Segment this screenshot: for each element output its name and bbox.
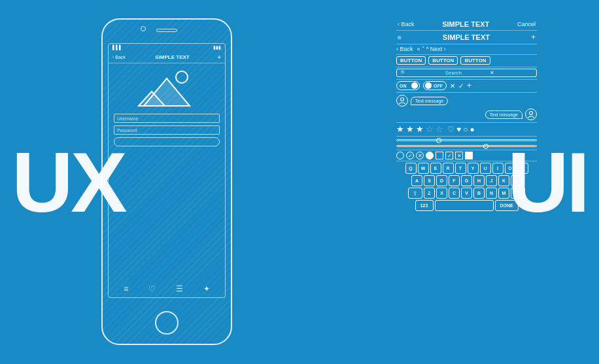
key-m[interactable]: M [498,188,509,199]
chat-filled-icon[interactable]: ● [470,125,474,134]
phone-image-area [109,63,225,112]
add-icon[interactable]: + [467,81,471,90]
radio-dot[interactable] [426,152,434,159]
key-j[interactable]: J [486,175,497,186]
checkbox-empty[interactable] [436,152,443,159]
outgoing-message-bubble: Text message [485,110,522,119]
checkbox-filled[interactable] [465,152,473,159]
prev-arrow[interactable]: ˅ [422,46,425,52]
key-z[interactable]: Z [424,188,435,199]
search-box[interactable]: 🔍 Search ✕ [396,69,537,77]
key-x[interactable]: X [436,188,447,199]
radio-x[interactable]: ✕ [416,152,424,159]
keyboard-row-bottom: 123 DONE [396,200,537,211]
key-c[interactable]: C [449,188,460,199]
dismiss-icon[interactable]: ✕ [450,82,455,90]
star-empty-1[interactable]: ☆ [426,124,434,134]
outgoing-message-text: Text message [490,112,518,117]
key-r[interactable]: R [443,163,454,174]
incoming-message-bubble: Text message [411,97,448,105]
search-icon: 🔍 [400,70,443,76]
up-arrow[interactable]: ^ [426,46,429,52]
key-a[interactable]: A [411,175,422,186]
key-l[interactable]: L [511,175,522,186]
toggle-off[interactable]: OFF [423,81,447,90]
button-3[interactable]: BUTTON [460,56,490,65]
phone-home-button[interactable] [155,311,179,335]
hamburger-menu-icon[interactable]: ≡ [398,34,402,41]
phone-body: ▌▌▌ ▮▮▮ ‹ Back SIMPLE TEXT + [101,18,232,345]
key-v[interactable]: V [461,188,472,199]
keyboard-row-2: A S D F G H J K L [396,175,537,186]
key-d[interactable]: D [436,175,447,186]
username-placeholder: Username [117,116,138,121]
key-u[interactable]: U [480,163,491,174]
radio-empty[interactable] [396,152,404,159]
phone-plus-button[interactable]: + [217,54,221,61]
star-filled-3[interactable]: ★ [416,124,424,134]
key-s[interactable]: S [424,175,435,186]
key-n[interactable]: N [486,188,497,199]
username-input[interactable]: Username [114,114,220,123]
phone-list-icon[interactable]: ☰ [176,284,183,293]
slider-1-thumb[interactable] [436,138,441,143]
key-o[interactable]: O [505,163,516,174]
phone-bottom-nav: ≡ ♡ ☰ ✦ [109,284,225,293]
sliders-section [396,137,537,150]
shift-key[interactable]: ⇧ [408,188,422,199]
key-k[interactable]: K [498,175,509,186]
star-filled-1[interactable]: ★ [396,124,404,134]
sender-avatar [396,95,408,107]
prev-prev-arrow[interactable]: « [417,46,420,52]
next-arrow-text[interactable]: Next › [430,46,446,52]
signal-icon: ▌▌▌ [112,45,122,50]
spacebar-key[interactable] [435,200,494,211]
star-empty-2[interactable]: ☆ [436,124,443,134]
search-clear-icon[interactable]: ✕ [490,70,533,76]
checkboxes-row: ✓ ✕ ✓ ✕ [396,150,537,161]
phone-heart-icon[interactable]: ♡ [148,284,156,293]
key-h[interactable]: H [473,175,485,186]
backspace-key[interactable]: ⌫ [511,188,525,199]
back-arrow-button[interactable]: ‹ Back [396,46,413,52]
top-back-button[interactable]: ‹ Back [398,21,415,27]
slider-2-thumb[interactable] [483,144,488,149]
phone-back-button[interactable]: ‹ Back [112,55,126,59]
key-g[interactable]: G [461,175,472,186]
phone-mockup: ▌▌▌ ▮▮▮ ‹ Back SIMPLE TEXT + [101,18,232,345]
heart-outline[interactable]: ♡ [447,125,454,134]
phone-camera [141,26,146,31]
heart-filled[interactable]: ♥ [456,125,461,134]
button-2[interactable]: BUTTON [428,56,458,65]
key-b[interactable]: B [473,188,485,199]
radio-check[interactable]: ✓ [406,152,414,159]
phone-menu-icon[interactable]: ≡ [124,284,128,293]
top-cancel-button[interactable]: Cancel [517,21,536,27]
chat-row-incoming: Text message [396,95,537,107]
svg-point-5 [401,98,404,101]
numbers-key[interactable]: 123 [415,200,434,211]
done-key[interactable]: DONE [495,200,519,211]
key-t[interactable]: T [455,163,466,174]
key-q[interactable]: Q [405,163,417,174]
button-1[interactable]: BUTTON [396,56,426,65]
key-i[interactable]: I [492,163,504,174]
key-e[interactable]: E [430,163,441,174]
section-plus-button[interactable]: + [531,33,536,42]
top-bar-title: SIMPLE TEXT [417,20,515,28]
svg-point-0 [176,71,188,83]
phone-login-button[interactable] [114,137,220,146]
checkbox-check[interactable]: ✓ [445,152,453,159]
phone-settings-icon[interactable]: ✦ [203,284,210,293]
key-p[interactable]: P [517,163,528,174]
password-input[interactable]: Password [114,125,220,135]
star-filled-2[interactable]: ★ [406,124,414,134]
key-y[interactable]: Y [468,163,479,174]
key-f[interactable]: F [449,175,460,186]
checkbox-x[interactable]: ✕ [455,152,463,159]
key-w[interactable]: W [418,163,429,174]
toggle-on[interactable]: ON [396,81,420,90]
confirm-icon[interactable]: ✓ [458,82,464,90]
chat-outline-icon[interactable]: ○ [463,125,468,134]
mountain-image [137,67,196,109]
